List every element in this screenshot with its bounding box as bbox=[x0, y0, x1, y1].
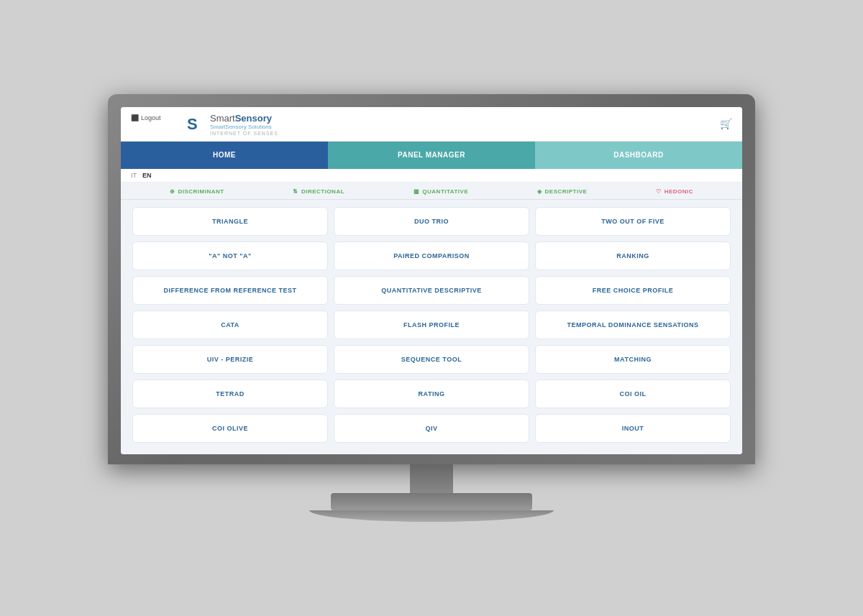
btn-inout[interactable]: INOUT bbox=[535, 414, 731, 443]
btn-cata[interactable]: CATA bbox=[132, 311, 328, 339]
logo-smart: Smart bbox=[210, 113, 235, 124]
lang-en[interactable]: EN bbox=[142, 172, 152, 179]
test-grid: TRIANGLE DUO TRIO TWO OUT OF FIVE "A" NO… bbox=[121, 200, 742, 454]
btn-qiv[interactable]: QIV bbox=[334, 414, 529, 443]
logo-text: SmartSensory SmartSensory Solutions INTE… bbox=[210, 111, 278, 136]
cart-icon[interactable]: 🛒 bbox=[720, 118, 732, 129]
top-bar: ⬛ Logout S SmartSensory SmartSensory Sol… bbox=[121, 107, 742, 141]
nav-bar: HOME PANEL MANAGER DASHBOARD bbox=[121, 142, 742, 169]
btn-a-not-a[interactable]: "A" NOT "A" bbox=[132, 242, 328, 270]
btn-triangle[interactable]: TRIANGLE bbox=[132, 207, 328, 236]
btn-quantitative-descriptive[interactable]: QUANTITATIVE DESCRIPTIVE bbox=[334, 276, 529, 305]
nav-home[interactable]: HOME bbox=[121, 142, 328, 169]
logo-tagline: INTERNET OF SENSES bbox=[210, 131, 278, 137]
lang-it[interactable]: IT bbox=[131, 172, 137, 179]
discriminant-icon: ⊕ bbox=[170, 188, 175, 195]
btn-tetrad[interactable]: TETRAD bbox=[132, 380, 328, 408]
hedonic-icon: ♡ bbox=[656, 188, 662, 195]
monitor-base bbox=[331, 493, 532, 510]
btn-coi-olive[interactable]: COI OLIVE bbox=[132, 414, 328, 443]
screen: ⬛ Logout S SmartSensory SmartSensory Sol… bbox=[121, 107, 742, 454]
btn-two-out-of-five[interactable]: TWO OUT OF FIVE bbox=[535, 207, 731, 236]
category-discriminant[interactable]: ⊕ DISCRIMINANT bbox=[170, 188, 224, 195]
btn-paired-comparison[interactable]: PAIRED COMPARISON bbox=[334, 242, 529, 270]
nav-dashboard[interactable]: DASHBOARD bbox=[535, 142, 742, 169]
logo-icon: S bbox=[186, 114, 206, 134]
category-quantitative[interactable]: ▦ QUANTITATIVE bbox=[414, 188, 468, 195]
btn-uiv-perizie[interactable]: UIV - PERIZIE bbox=[132, 345, 328, 374]
btn-matching[interactable]: MATCHING bbox=[535, 345, 731, 374]
descriptive-icon: ◈ bbox=[537, 188, 542, 195]
category-descriptive[interactable]: ◈ DESCRIPTIVE bbox=[537, 188, 587, 195]
logo-area: S SmartSensory SmartSensory Solutions IN… bbox=[181, 111, 278, 136]
monitor-neck bbox=[410, 464, 453, 493]
btn-temporal-dominance[interactable]: TEMPORAL DOMINANCE SENSATIONS bbox=[535, 311, 731, 339]
category-bar: ⊕ DISCRIMINANT ⇅ DIRECTIONAL ▦ QUANTITAT… bbox=[121, 183, 742, 200]
logout-button[interactable]: ⬛ Logout bbox=[131, 114, 161, 121]
btn-coi-oil[interactable]: COI OIL bbox=[535, 380, 731, 408]
directional-icon: ⇅ bbox=[293, 188, 298, 195]
btn-sequence-tool[interactable]: SEQUENCE TOOL bbox=[334, 345, 529, 374]
btn-difference-from-reference[interactable]: DIFFERENCE FROM REFERENCE TEST bbox=[132, 276, 328, 305]
category-hedonic[interactable]: ♡ HEDONIC bbox=[656, 188, 693, 195]
btn-rating[interactable]: RATING bbox=[334, 380, 529, 408]
btn-duo-trio[interactable]: DUO TRIO bbox=[334, 207, 529, 236]
logout-label: Logout bbox=[141, 114, 161, 121]
btn-free-choice-profile[interactable]: FREE CHOICE PROFILE bbox=[535, 276, 731, 305]
btn-flash-profile[interactable]: FLASH PROFILE bbox=[334, 311, 529, 339]
lang-bar: IT EN bbox=[121, 169, 742, 183]
logo-solutions: SmartSensory Solutions bbox=[210, 124, 278, 131]
monitor-bezel: ⬛ Logout S SmartSensory SmartSensory Sol… bbox=[108, 94, 755, 464]
quantitative-icon: ▦ bbox=[414, 188, 420, 195]
btn-ranking[interactable]: RANKING bbox=[535, 242, 731, 270]
category-directional[interactable]: ⇅ DIRECTIONAL bbox=[293, 188, 344, 195]
svg-text:S: S bbox=[187, 115, 198, 133]
monitor-wrapper: ⬛ Logout S SmartSensory SmartSensory Sol… bbox=[108, 94, 755, 521]
logo-sensory: Sensory bbox=[235, 113, 272, 124]
top-bar-right: 🛒 bbox=[720, 118, 732, 129]
monitor-foot bbox=[309, 510, 554, 522]
nav-panel-manager[interactable]: PANEL MANAGER bbox=[328, 142, 535, 169]
